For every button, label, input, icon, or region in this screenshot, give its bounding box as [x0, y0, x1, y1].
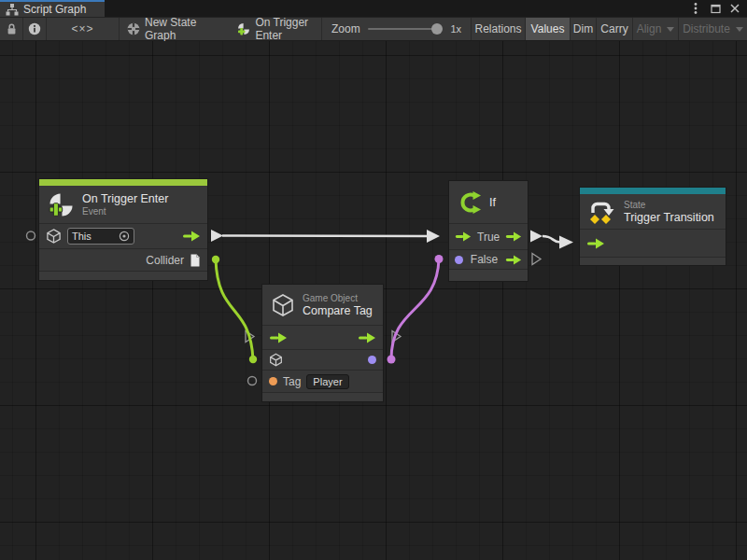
- tag-port-label: Tag: [283, 375, 301, 388]
- true-flow-output-port[interactable]: [505, 231, 522, 242]
- info-button[interactable]: [23, 18, 47, 40]
- node-title: If: [489, 196, 496, 209]
- branch-icon: [458, 190, 482, 215]
- node-title: On Trigger Enter: [82, 192, 168, 205]
- graph-breadcrumb: New State Graph On Trigger Enter: [120, 18, 322, 40]
- carry-button[interactable]: Carry: [597, 18, 633, 40]
- event-accent-bar: [39, 179, 207, 186]
- node-if[interactable]: If True False: [449, 181, 528, 281]
- align-dropdown[interactable]: Align: [633, 18, 679, 40]
- node-category: State: [624, 200, 714, 210]
- wire-if-to-transition[interactable]: [530, 231, 573, 249]
- chevron-down-icon: [667, 27, 674, 32]
- node-header: State Trigger Transition: [580, 194, 726, 229]
- maximize-icon[interactable]: [709, 2, 722, 15]
- node-title: Compare Tag: [303, 304, 373, 317]
- port-row-false: False: [449, 249, 528, 269]
- port-row-flow: [262, 325, 383, 349]
- code-view-button[interactable]: <×>: [47, 18, 120, 40]
- node-on-trigger-enter[interactable]: On Trigger Enter Event This: [39, 179, 207, 280]
- tab-script-graph[interactable]: Script Graph: [0, 0, 105, 17]
- false-flow-out-carat[interactable]: [532, 254, 541, 265]
- tab-title: Script Graph: [23, 3, 86, 16]
- wire-trigger-to-if[interactable]: [211, 230, 440, 243]
- zoom-value: 1x: [450, 23, 461, 35]
- node-category: Game Object: [303, 293, 373, 303]
- graph-hierarchy-icon: [6, 4, 19, 16]
- unconnected-tag-port[interactable]: [248, 377, 257, 385]
- event-icon-small: [237, 22, 250, 35]
- node-footer: [449, 269, 528, 281]
- node-footer: [262, 392, 383, 401]
- tag-value-field[interactable]: Player: [306, 374, 348, 389]
- zoom-label: Zoom: [331, 22, 360, 35]
- distribute-dropdown[interactable]: Distribute: [679, 18, 747, 40]
- kebab-menu-icon[interactable]: [689, 2, 702, 15]
- zoom-slider[interactable]: [368, 28, 438, 30]
- node-header: If: [449, 181, 528, 223]
- event-icon: [48, 191, 75, 218]
- values-button[interactable]: Values: [526, 18, 571, 40]
- node-title: Trigger Transition: [624, 211, 714, 224]
- flow-output-port[interactable]: [182, 231, 201, 242]
- state-accent-bar: [580, 188, 726, 194]
- script-graph-window: Script Graph <×>: [0, 0, 747, 560]
- node-header: Game Object Compare Tag: [262, 285, 383, 325]
- node-header: On Trigger Enter Event: [39, 186, 207, 223]
- node-compare-tag[interactable]: Game Object Compare Tag: [262, 285, 383, 401]
- port-row-gameobject: [262, 349, 383, 370]
- false-flow-output-port[interactable]: [505, 255, 522, 265]
- lock-button[interactable]: [0, 18, 23, 40]
- zoom-slider-handle[interactable]: [431, 23, 443, 35]
- unconnected-flow-out-carat[interactable]: [392, 331, 401, 343]
- port-row-collider: Collider: [39, 248, 207, 271]
- port-row-tag: Tag Player: [262, 370, 383, 392]
- unconnected-target-port[interactable]: [27, 231, 35, 240]
- lock-icon: [7, 23, 17, 35]
- condition-input-port[interactable]: [455, 256, 463, 264]
- relations-button[interactable]: Relations: [472, 18, 526, 40]
- port-row-target: This: [39, 223, 207, 248]
- close-icon[interactable]: [728, 2, 741, 15]
- code-icon: <×>: [71, 22, 93, 35]
- document-icon: [190, 254, 201, 267]
- false-port-label: False: [471, 253, 498, 266]
- flow-input-port[interactable]: [269, 332, 288, 343]
- target-object-field[interactable]: This: [67, 228, 134, 245]
- true-port-label: True: [477, 231, 500, 244]
- object-picker-icon[interactable]: [119, 231, 130, 242]
- window-controls: [689, 0, 745, 17]
- node-footer: [580, 257, 726, 265]
- port-row-flow: [580, 229, 726, 257]
- flow-input-port[interactable]: [455, 231, 472, 242]
- string-input-port[interactable]: [269, 377, 277, 385]
- node-subtitle: Event: [82, 206, 168, 217]
- transition-icon: [588, 199, 616, 225]
- node-footer: [39, 271, 207, 280]
- chevron-down-icon: [736, 27, 743, 32]
- graph-canvas[interactable]: On Trigger Enter Event This: [0, 41, 747, 560]
- flow-input-port[interactable]: [586, 238, 605, 249]
- flow-output-port[interactable]: [358, 332, 376, 343]
- dim-button[interactable]: Dim: [571, 18, 597, 40]
- boolean-output-port[interactable]: [368, 356, 376, 364]
- port-row-true: True: [449, 223, 528, 249]
- info-icon: [28, 22, 41, 35]
- gameobject-input-port[interactable]: [269, 353, 283, 367]
- gameobject-cube-icon: [46, 228, 62, 245]
- breadcrumb-new-state-graph[interactable]: New State Graph: [127, 16, 213, 42]
- zoom-control: Zoom 1x: [322, 18, 472, 40]
- state-graph-icon: [127, 22, 140, 35]
- breadcrumb-on-trigger-enter[interactable]: On Trigger Enter: [237, 16, 321, 42]
- collider-port-label: Collider: [146, 254, 184, 267]
- wire-comparetag-to-if[interactable]: [388, 255, 444, 364]
- node-trigger-transition[interactable]: State Trigger Transition: [580, 188, 726, 265]
- toolbar: <×> New State Graph On Trigger Enter: [0, 17, 747, 41]
- gameobject-cube-icon: [271, 293, 295, 317]
- unconnected-flow-in-carat[interactable]: [246, 331, 254, 343]
- wire-collider-to-comparetag[interactable]: [212, 256, 257, 363]
- tab-bar: Script Graph: [0, 0, 747, 17]
